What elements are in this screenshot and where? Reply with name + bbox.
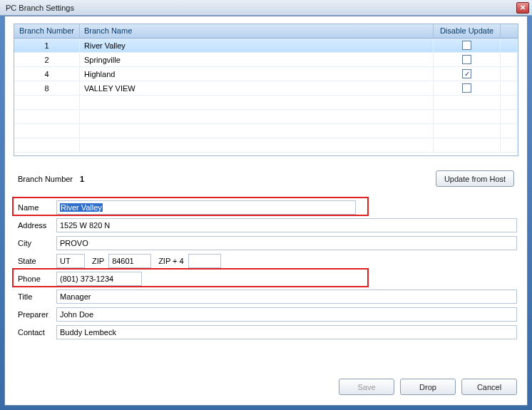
cell-extra (501, 81, 518, 95)
zip-label: ZIP (85, 257, 108, 265)
zip4-label: ZIP + 4 (151, 257, 188, 265)
cell-disable-update[interactable] (434, 81, 501, 95)
cell-disable-update (434, 138, 501, 152)
contact-label: Contact (15, 328, 56, 337)
cell-disable-update[interactable] (434, 53, 501, 66)
branch-number-value: 1 (80, 175, 84, 183)
cell-branch-name: Springville (80, 53, 434, 66)
header-branch-number[interactable]: Branch Number (14, 24, 80, 38)
row-preparer: Preparer John Doe (15, 305, 517, 323)
row-state-zip: State UT ZIP 84601 ZIP + 4 (15, 252, 517, 270)
cell-disable-update (434, 96, 501, 109)
preparer-label: Preparer (15, 310, 56, 319)
title-input[interactable]: Manager (56, 289, 517, 304)
cell-extra (501, 110, 518, 123)
cell-branch-name: VALLEY VIEW (80, 81, 434, 95)
client-area: Branch Number Branch Name Disable Update… (4, 16, 528, 406)
cell-branch-number: 8 (14, 81, 80, 95)
branch-grid: Branch Number Branch Name Disable Update… (14, 24, 518, 156)
titlebar: PC Branch Settings ✕ (0, 0, 532, 16)
cell-branch-number (14, 138, 80, 152)
preparer-input[interactable]: John Doe (56, 307, 517, 322)
header-extra (501, 24, 518, 38)
drop-button[interactable]: Drop (400, 379, 456, 395)
branch-number-label: Branch Number (18, 175, 73, 183)
cell-branch-name (80, 110, 434, 123)
table-row[interactable]: 1River Valley (14, 39, 518, 53)
cell-extra (501, 53, 518, 66)
table-row (14, 110, 518, 124)
cell-branch-number (14, 96, 80, 109)
phone-label: Phone (15, 275, 56, 283)
cell-disable-update (434, 124, 501, 138)
table-row (14, 96, 518, 110)
city-label: City (15, 239, 56, 247)
row-name: Name River Valley (15, 198, 517, 216)
cell-extra (501, 39, 518, 52)
cell-extra (501, 138, 518, 152)
state-input[interactable]: UT (56, 254, 85, 268)
city-input[interactable]: PROVO (56, 236, 517, 250)
disable-update-checkbox[interactable] (462, 41, 471, 50)
table-row[interactable]: 8VALLEY VIEW (14, 81, 518, 96)
title-label: Title (15, 292, 56, 301)
save-button[interactable]: Save (339, 379, 394, 395)
table-row[interactable]: 4Highland✓ (14, 67, 518, 81)
name-input[interactable]: River Valley (56, 200, 356, 215)
state-label: State (15, 257, 56, 265)
disable-update-checkbox[interactable] (462, 83, 471, 93)
zip-input[interactable]: 84601 (108, 254, 151, 268)
address-label: Address (15, 221, 56, 230)
cell-extra (501, 124, 518, 138)
disable-update-checkbox[interactable]: ✓ (462, 69, 471, 78)
window-title: PC Branch Settings (6, 4, 516, 12)
header-branch-name[interactable]: Branch Name (80, 24, 434, 38)
cell-disable-update[interactable] (434, 39, 501, 52)
table-row[interactable]: 2Springville (14, 53, 518, 67)
zip4-input[interactable] (188, 254, 221, 268)
grid-header-row: Branch Number Branch Name Disable Update (14, 24, 518, 39)
cell-branch-number (14, 124, 80, 138)
cell-branch-number: 1 (14, 39, 80, 52)
cell-branch-name: River Valley (80, 39, 434, 52)
field-area: Name River Valley Address 1525 W 820 N C… (14, 198, 518, 341)
row-city: City PROVO (15, 234, 517, 252)
cell-branch-number: 4 (14, 67, 80, 81)
contact-input[interactable]: Buddy Lembeck (56, 325, 517, 339)
cell-branch-name: Highland (80, 67, 434, 81)
row-contact: Contact Buddy Lembeck (15, 323, 517, 341)
cell-branch-name (80, 138, 434, 152)
name-label: Name (15, 203, 56, 212)
table-row (14, 138, 518, 153)
row-title: Title Manager (15, 287, 517, 305)
cell-disable-update[interactable]: ✓ (434, 67, 501, 81)
cell-branch-name (80, 124, 434, 138)
cell-branch-number: 2 (14, 53, 80, 66)
button-bar: Save Drop Cancel (339, 379, 517, 395)
phone-input[interactable]: (801) 373-1234 (56, 272, 142, 286)
table-row (14, 124, 518, 138)
cell-extra (501, 67, 518, 81)
disable-update-checkbox[interactable] (462, 55, 471, 64)
grid-body: 1River Valley2Springville4Highland✓8VALL… (14, 39, 518, 153)
update-from-host-button[interactable]: Update from Host (436, 170, 514, 187)
cell-disable-update (434, 110, 501, 123)
dialog-window: PC Branch Settings ✕ Branch Number Branc… (0, 0, 532, 410)
cell-extra (501, 96, 518, 109)
close-icon[interactable]: ✕ (516, 2, 529, 14)
cancel-button[interactable]: Cancel (461, 379, 517, 395)
cell-branch-number (14, 110, 80, 123)
row-phone: Phone (801) 373-1234 (15, 270, 517, 287)
header-disable-update[interactable]: Disable Update (434, 24, 501, 38)
address-input[interactable]: 1525 W 820 N (56, 218, 517, 232)
cell-branch-name (80, 96, 434, 109)
row-address: Address 1525 W 820 N (15, 216, 517, 234)
detail-header: Branch Number 1 Update from Host (14, 170, 518, 187)
